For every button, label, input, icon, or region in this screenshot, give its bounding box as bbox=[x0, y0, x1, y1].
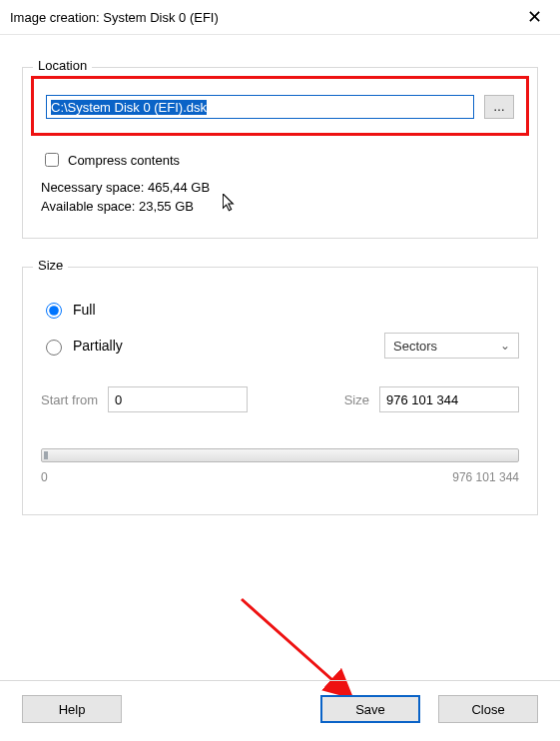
compress-checkbox[interactable] bbox=[45, 153, 59, 167]
ellipsis-icon: … bbox=[493, 100, 505, 114]
start-from-label: Start from bbox=[41, 392, 98, 407]
unit-select[interactable]: Sectors ⌄ bbox=[384, 333, 519, 359]
start-from-input[interactable] bbox=[108, 386, 248, 412]
size-group: Size Full Partially Sectors ⌄ Start from… bbox=[22, 267, 538, 515]
scale-max: 976 101 344 bbox=[452, 470, 519, 484]
unit-select-value: Sectors bbox=[393, 339, 437, 354]
dialog-footer: Help Save Close bbox=[0, 680, 560, 741]
window-title: Image creation: System Disk 0 (EFI) bbox=[10, 10, 219, 25]
necessary-space-line: Necessary space: 465,44 GB bbox=[41, 180, 519, 195]
slider-fill bbox=[44, 451, 48, 459]
location-path-input[interactable]: C:\System Disk 0 (EFI).dsk bbox=[46, 95, 474, 119]
range-slider[interactable] bbox=[41, 448, 519, 462]
full-radio[interactable] bbox=[46, 303, 62, 319]
available-space-line: Available space: 23,55 GB bbox=[41, 199, 519, 214]
partially-radio[interactable] bbox=[46, 340, 62, 356]
size-input[interactable] bbox=[379, 386, 519, 412]
chevron-down-icon: ⌄ bbox=[500, 339, 510, 353]
full-radio-label: Full bbox=[73, 302, 96, 318]
close-icon[interactable]: ✕ bbox=[520, 6, 548, 28]
title-bar: Image creation: System Disk 0 (EFI) ✕ bbox=[0, 0, 560, 35]
partially-radio-label: Partially bbox=[73, 338, 123, 354]
size-field-label: Size bbox=[344, 392, 369, 407]
scale-min: 0 bbox=[41, 470, 48, 484]
location-highlight-annotation: C:\System Disk 0 (EFI).dsk … bbox=[31, 76, 529, 136]
size-legend: Size bbox=[33, 258, 68, 273]
help-button[interactable]: Help bbox=[22, 695, 122, 723]
location-group: Location C:\System Disk 0 (EFI).dsk … Co… bbox=[22, 67, 538, 239]
location-legend: Location bbox=[33, 58, 92, 73]
save-button[interactable]: Save bbox=[320, 695, 420, 723]
browse-button[interactable]: … bbox=[484, 95, 514, 119]
close-button[interactable]: Close bbox=[438, 695, 538, 723]
compress-label: Compress contents bbox=[68, 153, 180, 168]
